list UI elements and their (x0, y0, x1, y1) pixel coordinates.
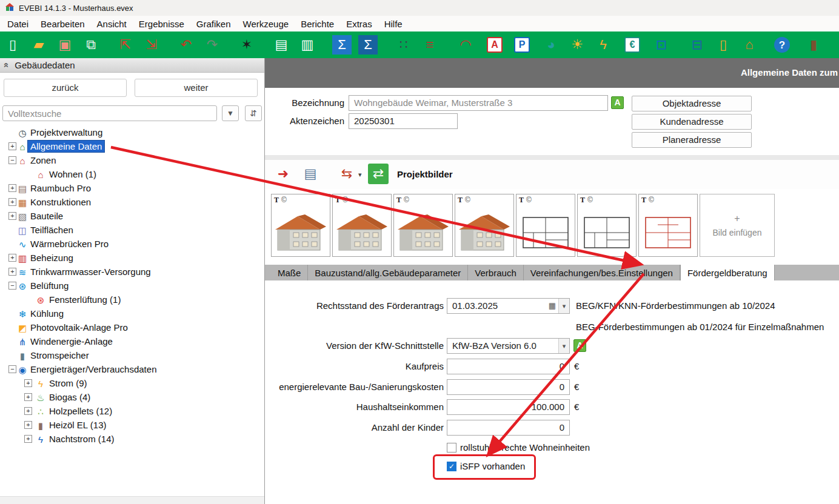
funding-input-kaufpreis[interactable]: 0 (447, 359, 570, 374)
funding-input-anzahl-der-kinder[interactable]: 0 (447, 420, 570, 436)
image-manager-icon[interactable]: ⇄ (368, 164, 389, 184)
euro-house-icon[interactable]: € (624, 37, 640, 53)
tree-item-energieträger-verbrauchsdaten[interactable]: −◉Energieträger/Verbrauchsdaten (0, 363, 264, 377)
menu-extras[interactable]: Extras (340, 19, 378, 29)
magic-wand-icon[interactable]: ✶ (237, 35, 256, 55)
expand-plus-icon[interactable]: + (8, 268, 16, 276)
tree-item-zonen[interactable]: −⌂Zonen (0, 154, 264, 168)
sum-monthly-icon[interactable]: Σ (332, 35, 352, 55)
project-image-thumbnail[interactable]: T© (638, 194, 698, 257)
project-image-thumbnail[interactable]: T© (516, 194, 575, 257)
tree-item-projektverwaltung[interactable]: ◷Projektverwaltung (0, 126, 264, 140)
exit-icon[interactable]: ▮ (804, 35, 823, 55)
swap-images-icon[interactable]: ⇆ (336, 164, 357, 184)
auto-fill-button[interactable]: A (573, 339, 586, 352)
document-orange-icon[interactable]: ▯ (714, 35, 733, 55)
insert-image-button[interactable]: + Bild einfügen (700, 194, 775, 257)
project-image-thumbnail[interactable]: T© (393, 194, 453, 257)
calendar-icon[interactable]: ▦ (546, 299, 558, 313)
expand-plus-icon[interactable]: + (8, 198, 16, 206)
tree-item-holzpellets-12[interactable]: +∴Holzpellets (12) (0, 405, 264, 419)
tree-item-heizöl-el-13[interactable]: +▮Heizöl EL (13) (0, 419, 264, 433)
document-columns-icon[interactable]: ▥ (298, 35, 317, 55)
next-button[interactable]: weiter (135, 79, 258, 97)
expand-plus-icon[interactable]: + (8, 212, 16, 220)
expand-plus-icon[interactable]: + (24, 435, 32, 443)
collapse-panel-icon[interactable]: « (2, 62, 12, 67)
back-button[interactable]: zurück (4, 79, 127, 97)
sun-icon[interactable]: ☀ (567, 35, 587, 55)
tree-item-trinkwarmwasser-versorgung[interactable]: +≋Trinkwarmwasser-Versorgung (0, 265, 264, 279)
tree-item-belüftung[interactable]: −⊛Belüftung (0, 279, 264, 293)
assign-image-icon[interactable]: ➜ (273, 164, 293, 184)
expand-plus-icon[interactable]: + (24, 421, 32, 429)
expand-plus-icon[interactable]: + (24, 393, 32, 401)
tree-item-bauteile[interactable]: +▧Bauteile (0, 210, 264, 224)
save-icon[interactable]: ▣ (55, 35, 75, 55)
expand-plus-icon[interactable]: + (8, 184, 16, 192)
expand-plus-icon[interactable]: + (8, 142, 16, 150)
horizontal-scrollbar[interactable] (0, 496, 264, 504)
open-folder-icon[interactable]: ▰ (29, 35, 48, 55)
redo-icon[interactable]: ↷ (202, 35, 222, 55)
tree-item-nachtstrom-14[interactable]: +ϟNachtstrom (14) (0, 433, 264, 446)
tree-item-kühlung[interactable]: ❄Kühlung (0, 307, 264, 321)
copy-icon[interactable]: ⧉ (81, 35, 101, 55)
energy-certificate-icon[interactable]: A (487, 37, 503, 53)
menu-ergebnisse[interactable]: Ergebnisse (133, 19, 190, 29)
menu-ansicht[interactable]: Ansicht (91, 19, 133, 29)
pie-chart-icon[interactable]: ◕ (541, 35, 561, 55)
expand-plus-icon[interactable]: + (24, 379, 32, 387)
monitor-report-icon[interactable]: ⊟ (687, 35, 707, 55)
collapse-all-button[interactable]: ⇵ (245, 105, 262, 121)
tab-bauzustand-allg-gebäudeparameter[interactable]: Bauzustand/allg.Gebäudeparameter (308, 265, 468, 280)
expand-plus-icon[interactable]: + (8, 254, 16, 262)
project-image-thumbnail[interactable]: T© (332, 194, 392, 257)
tree-item-stromspeicher[interactable]: ▮Stromspeicher (0, 349, 264, 363)
chevron-down-icon[interactable]: ▾ (358, 171, 362, 179)
rollstuhl-checkbox[interactable] (447, 443, 456, 453)
tab-verbrauch[interactable]: Verbrauch (468, 265, 523, 280)
chevron-down-icon[interactable]: ▾ (558, 299, 569, 313)
report-document-icon[interactable]: ▤ (272, 35, 291, 55)
export-report-icon[interactable]: ⇲ (142, 35, 161, 55)
button-kundenadresse[interactable]: Kundenadresse (632, 114, 752, 130)
menu-bearbeiten[interactable]: Bearbeiten (35, 19, 91, 29)
tree-item-beheizung[interactable]: +▥Beheizung (0, 251, 264, 265)
rechtsstand-date-input[interactable]: 01.03.2025 ▦ ▾ (447, 298, 570, 314)
chevron-down-icon[interactable]: ▾ (558, 339, 569, 353)
tab-vereinfachungen-bes-einstellungen[interactable]: Vereinfachungen/bes.Einstellungen (524, 265, 680, 280)
kfw-version-select[interactable]: KfW-BzA Version 6.0 ▾ (447, 338, 570, 354)
paste-image-icon[interactable]: ▤ (300, 164, 321, 184)
tree-item-raumbuch-pro[interactable]: +▤Raumbuch Pro (0, 182, 264, 196)
tree-item-fensterlüftung-1[interactable]: ⊛Fensterlüftung (1) (0, 293, 264, 307)
menu-datei[interactable]: Datei (1, 19, 35, 29)
meter-icon[interactable]: ⊡ (652, 35, 671, 55)
pass-icon[interactable]: P (514, 37, 530, 53)
menu-grafiken[interactable]: Grafiken (190, 19, 237, 29)
tree-item-photovoltaik-anlage-pro[interactable]: ◩Photovoltaik-Anlage Pro (0, 321, 264, 335)
new-document-icon[interactable]: ▯ (3, 35, 22, 55)
menu-berichte[interactable]: Berichte (295, 19, 340, 29)
project-image-thumbnail[interactable]: T© (577, 194, 637, 257)
schema-icon[interactable]: ∷ (394, 35, 413, 55)
menu-werkzeuge[interactable]: Werkzeuge (237, 19, 295, 29)
project-image-thumbnail[interactable]: T© (271, 194, 330, 257)
project-image-thumbnail[interactable]: T© (455, 194, 514, 257)
tree-item-teilflächen[interactable]: ◫Teilflächen (0, 224, 264, 237)
lightning-icon[interactable]: ϟ (593, 35, 613, 55)
import-report-icon[interactable]: ⇱ (116, 35, 135, 55)
collapse-minus-icon[interactable]: − (8, 282, 16, 290)
collapse-minus-icon[interactable]: − (8, 365, 16, 373)
tree-item-windenergie-anlage[interactable]: ⋔Windenergie-Anlage (0, 335, 264, 349)
filter-button[interactable]: ▼ (222, 105, 239, 121)
expand-plus-icon[interactable]: + (24, 407, 32, 415)
button-objektadresse[interactable]: Objektadresse (632, 96, 752, 111)
tab-fördergeldberatung[interactable]: Fördergeldberatung (680, 265, 775, 281)
search-input[interactable] (2, 105, 217, 121)
tree-item-wohnen-1[interactable]: ⌂Wohnen (1) (0, 168, 264, 182)
roof-icon[interactable]: ◠ (456, 35, 475, 55)
renovation-house-icon[interactable]: ⌂ (740, 35, 759, 55)
help-icon[interactable]: ? (774, 37, 790, 53)
tree-item-biogas-4[interactable]: +♨Biogas (4) (0, 391, 264, 405)
